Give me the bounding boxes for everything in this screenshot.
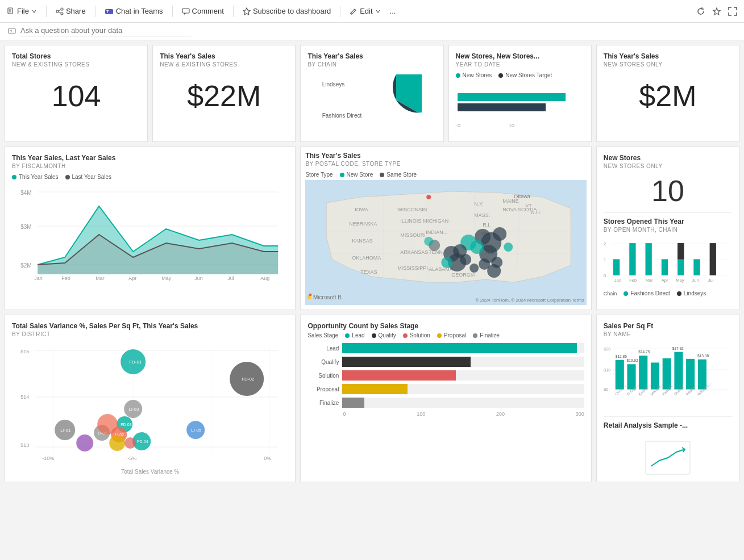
more-button[interactable]: ...: [390, 7, 396, 15]
map-title: This Year's Sales: [305, 152, 586, 160]
bar-proposal-fill: [342, 384, 408, 394]
svg-text:0: 0: [458, 123, 460, 128]
svg-rect-17: [458, 103, 546, 111]
legend-new-store: New Store: [340, 172, 373, 178]
bar-solution-fill: [342, 370, 456, 381]
svg-point-145: [76, 434, 93, 452]
ty-sales-new-subtitle: NEW & EXISTING STORES: [160, 61, 288, 68]
legend-ty-sales: This Year Sales: [12, 174, 59, 180]
edit-button[interactable]: Edit: [350, 7, 380, 15]
map-attribution: © 2024 TomTom, © 2024 Microsoft Corporat…: [476, 298, 584, 303]
card-ty-sales-chain: This Year's Sales BY CHAIN Lindseys Fash…: [300, 45, 443, 142]
new-stores-subtitle: NEW STORES ONLY: [604, 163, 732, 169]
comment-button[interactable]: Comment: [182, 7, 224, 15]
svg-text:2: 2: [604, 241, 606, 246]
svg-text:0: 0: [604, 273, 606, 278]
card-ty-sales-new-only: This Year's Sales NEW STORES ONLY $2M: [596, 45, 739, 142]
lindseys-dot: [677, 291, 681, 296]
card-sales-sqft: Sales Per Sq Ft BY NAME $20 $10 $0 $12.8…: [596, 315, 739, 482]
svg-rect-98: [629, 243, 635, 275]
more-label: ...: [390, 7, 396, 15]
subscribe-button[interactable]: Subscribe to dashboard: [243, 7, 331, 15]
stores-opened-title: Stores Opened This Year: [604, 218, 732, 225]
ty-sales-new-title: This Year's Sales: [160, 52, 288, 60]
svg-text:$13.08: $13.08: [697, 354, 709, 358]
svg-text:10: 10: [509, 123, 514, 128]
svg-text:0%: 0%: [264, 455, 271, 461]
opportunity-legend: Sales Stage Lead Qualify Solution Propos…: [307, 332, 584, 338]
file-label: File: [17, 7, 29, 15]
svg-text:NEBRASKA: NEBRASKA: [350, 221, 377, 227]
ty-sales-chain-subtitle: BY CHAIN: [307, 61, 436, 68]
svg-text:$20: $20: [604, 346, 611, 352]
stores-opened-legend: Chain Fashions Direct Lindseys: [604, 290, 732, 296]
ty-ly-sales-title: This Year Sales, Last Year Sales: [12, 154, 288, 162]
expand-icon[interactable]: [728, 7, 737, 16]
svg-text:MISSISSIPPI: MISSISSIPPI: [398, 265, 429, 271]
bar-solution-label: Solution: [307, 373, 339, 379]
new-stores-value: 10: [604, 174, 732, 208]
ty-sales-new-only-value: $2M: [604, 79, 732, 113]
ty-sales-new-only-subtitle: NEW STORES ONLY: [604, 61, 732, 68]
svg-point-148: [124, 437, 136, 449]
star-icon[interactable]: [712, 7, 721, 16]
new-stores-ytd-legend: New Stores New Stores Target: [456, 72, 584, 78]
separator1: [46, 6, 47, 17]
chat-in-teams-button[interactable]: T Chat in Teams: [105, 7, 163, 15]
file-menu[interactable]: File: [7, 7, 37, 15]
svg-text:Mar: Mar: [645, 278, 652, 283]
separator2: [95, 6, 95, 17]
svg-text:Apr: Apr: [662, 278, 668, 283]
svg-text:ARKANSAS: ARKANSAS: [401, 249, 429, 255]
refresh-icon[interactable]: [696, 7, 705, 16]
legend-fashions-direct: Fashions Direct: [624, 290, 670, 296]
qa-input-wrapper[interactable]: [20, 26, 191, 36]
pie-labels: Lindseys Fashions Direct: [322, 81, 361, 119]
separator4: [233, 6, 234, 17]
svg-text:Feb: Feb: [61, 275, 70, 281]
scatter-title: Total Sales Variance %, Sales Per Sq Ft,…: [12, 322, 288, 330]
edit-label: Edit: [360, 7, 372, 15]
svg-text:$12.86: $12.86: [616, 354, 627, 358]
svg-text:MISSOURI: MISSOURI: [401, 232, 426, 238]
map-svg: IOWA NEBRASKA KANSAS OKLAHOMA TEXAS WISC…: [305, 180, 586, 305]
stores-opened-section: Stores Opened This Year BY OPEN MONTH, C…: [604, 212, 732, 296]
edit-chevron-icon: [375, 9, 381, 14]
svg-text:Aug: Aug: [260, 275, 269, 281]
comment-label: Comment: [192, 7, 224, 15]
separator3: [172, 6, 173, 17]
pie-chart: [371, 74, 422, 126]
svg-text:LI-01: LI-01: [60, 428, 71, 433]
retail-sample-section: Retail Analysis Sample -...: [604, 416, 732, 475]
svg-line-7: [59, 10, 61, 11]
ty-sales-legend-label: This Year Sales: [19, 174, 59, 180]
svg-text:May: May: [676, 278, 684, 283]
bing-logo: Microsoft Bing: [307, 293, 342, 303]
svg-point-75: [504, 243, 513, 252]
trend-icon: [645, 441, 691, 475]
svg-rect-104: [693, 259, 700, 275]
bar-proposal-track: [342, 384, 584, 394]
legend-qualify: Qualify: [372, 332, 396, 338]
ty-sales-new-value: $22M: [160, 79, 288, 113]
line-chart: $4M $3M $2M Jan Feb Mar Apr May Jun Jul …: [12, 183, 288, 286]
svg-text:May: May: [161, 275, 172, 281]
qa-input[interactable]: [20, 26, 191, 35]
svg-point-146: [97, 414, 118, 434]
legend-new-stores-label: New Stores: [463, 72, 492, 78]
pie-label-lindseys: Lindseys: [322, 81, 361, 87]
svg-text:-10%: -10%: [42, 455, 54, 461]
card-ty-sales-new: This Year's Sales NEW & EXISTING STORES …: [152, 45, 296, 142]
svg-text:$14.75: $14.75: [638, 350, 650, 354]
svg-point-6: [61, 12, 63, 15]
svg-text:Microsoft Bing: Microsoft Bing: [313, 294, 342, 300]
svg-text:LI-05: LI-05: [191, 428, 202, 433]
share-button[interactable]: Share: [56, 7, 86, 15]
svg-text:R.I.: R.I.: [483, 222, 491, 228]
new-stores-title: New Stores: [604, 154, 732, 162]
svg-rect-101: [662, 259, 668, 275]
proposal-dot: [437, 333, 442, 338]
svg-text:?: ?: [10, 29, 13, 34]
scatter-x-axis: Total Sales Variance %: [12, 469, 288, 475]
opportunity-bars: Lead Qualify Solution Prop: [307, 343, 584, 408]
